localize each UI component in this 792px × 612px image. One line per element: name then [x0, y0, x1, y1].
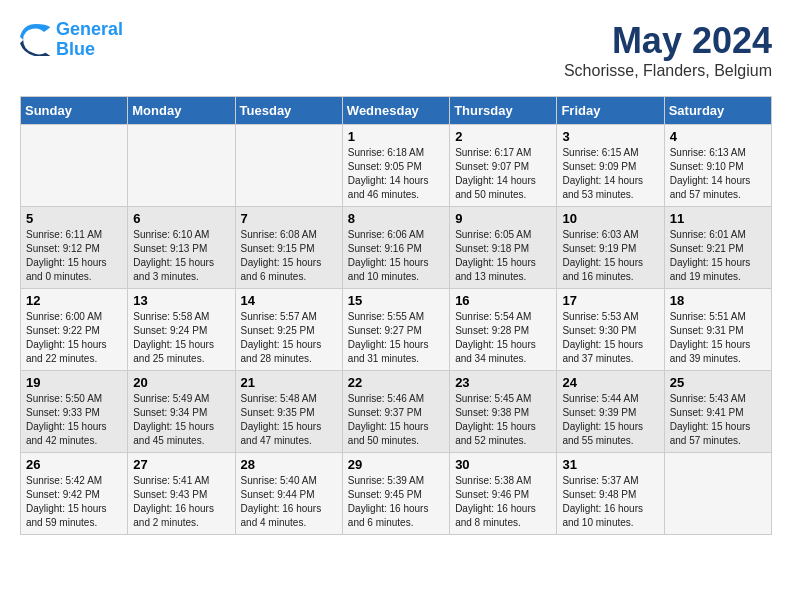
- calendar-cell: 29Sunrise: 5:39 AM Sunset: 9:45 PM Dayli…: [342, 453, 449, 535]
- calendar-week-3: 12Sunrise: 6:00 AM Sunset: 9:22 PM Dayli…: [21, 289, 772, 371]
- day-number: 25: [670, 375, 766, 390]
- calendar-cell: 27Sunrise: 5:41 AM Sunset: 9:43 PM Dayli…: [128, 453, 235, 535]
- page-header: General Blue May 2024 Schorisse, Flander…: [20, 20, 772, 80]
- day-info: Sunrise: 6:18 AM Sunset: 9:05 PM Dayligh…: [348, 146, 444, 202]
- day-number: 30: [455, 457, 551, 472]
- logo-line1: General: [56, 19, 123, 39]
- header-sunday: Sunday: [21, 97, 128, 125]
- day-number: 8: [348, 211, 444, 226]
- calendar-cell: 1Sunrise: 6:18 AM Sunset: 9:05 PM Daylig…: [342, 125, 449, 207]
- calendar-cell: 30Sunrise: 5:38 AM Sunset: 9:46 PM Dayli…: [450, 453, 557, 535]
- calendar-cell: 17Sunrise: 5:53 AM Sunset: 9:30 PM Dayli…: [557, 289, 664, 371]
- day-number: 18: [670, 293, 766, 308]
- calendar-cell: 7Sunrise: 6:08 AM Sunset: 9:15 PM Daylig…: [235, 207, 342, 289]
- day-info: Sunrise: 6:05 AM Sunset: 9:18 PM Dayligh…: [455, 228, 551, 284]
- calendar-cell: 25Sunrise: 5:43 AM Sunset: 9:41 PM Dayli…: [664, 371, 771, 453]
- calendar-cell: 9Sunrise: 6:05 AM Sunset: 9:18 PM Daylig…: [450, 207, 557, 289]
- calendar-cell: 20Sunrise: 5:49 AM Sunset: 9:34 PM Dayli…: [128, 371, 235, 453]
- calendar-week-1: 1Sunrise: 6:18 AM Sunset: 9:05 PM Daylig…: [21, 125, 772, 207]
- day-number: 24: [562, 375, 658, 390]
- calendar-cell: 18Sunrise: 5:51 AM Sunset: 9:31 PM Dayli…: [664, 289, 771, 371]
- day-number: 22: [348, 375, 444, 390]
- day-number: 15: [348, 293, 444, 308]
- calendar-cell: 6Sunrise: 6:10 AM Sunset: 9:13 PM Daylig…: [128, 207, 235, 289]
- calendar-week-4: 19Sunrise: 5:50 AM Sunset: 9:33 PM Dayli…: [21, 371, 772, 453]
- month-title: May 2024: [564, 20, 772, 62]
- day-info: Sunrise: 5:54 AM Sunset: 9:28 PM Dayligh…: [455, 310, 551, 366]
- day-info: Sunrise: 5:50 AM Sunset: 9:33 PM Dayligh…: [26, 392, 122, 448]
- calendar-cell: 11Sunrise: 6:01 AM Sunset: 9:21 PM Dayli…: [664, 207, 771, 289]
- day-number: 27: [133, 457, 229, 472]
- header-saturday: Saturday: [664, 97, 771, 125]
- calendar-cell: 31Sunrise: 5:37 AM Sunset: 9:48 PM Dayli…: [557, 453, 664, 535]
- day-info: Sunrise: 6:15 AM Sunset: 9:09 PM Dayligh…: [562, 146, 658, 202]
- calendar-cell: 24Sunrise: 5:44 AM Sunset: 9:39 PM Dayli…: [557, 371, 664, 453]
- calendar-cell: 22Sunrise: 5:46 AM Sunset: 9:37 PM Dayli…: [342, 371, 449, 453]
- day-info: Sunrise: 6:11 AM Sunset: 9:12 PM Dayligh…: [26, 228, 122, 284]
- day-info: Sunrise: 5:58 AM Sunset: 9:24 PM Dayligh…: [133, 310, 229, 366]
- calendar-cell: 19Sunrise: 5:50 AM Sunset: 9:33 PM Dayli…: [21, 371, 128, 453]
- day-info: Sunrise: 5:38 AM Sunset: 9:46 PM Dayligh…: [455, 474, 551, 530]
- day-info: Sunrise: 5:48 AM Sunset: 9:35 PM Dayligh…: [241, 392, 337, 448]
- day-number: 7: [241, 211, 337, 226]
- calendar-header-row: SundayMondayTuesdayWednesdayThursdayFrid…: [21, 97, 772, 125]
- calendar-cell: [664, 453, 771, 535]
- day-info: Sunrise: 5:37 AM Sunset: 9:48 PM Dayligh…: [562, 474, 658, 530]
- day-info: Sunrise: 6:03 AM Sunset: 9:19 PM Dayligh…: [562, 228, 658, 284]
- title-block: May 2024 Schorisse, Flanders, Belgium: [564, 20, 772, 80]
- day-number: 3: [562, 129, 658, 144]
- calendar-cell: 3Sunrise: 6:15 AM Sunset: 9:09 PM Daylig…: [557, 125, 664, 207]
- calendar-cell: 26Sunrise: 5:42 AM Sunset: 9:42 PM Dayli…: [21, 453, 128, 535]
- day-info: Sunrise: 5:49 AM Sunset: 9:34 PM Dayligh…: [133, 392, 229, 448]
- calendar-week-2: 5Sunrise: 6:11 AM Sunset: 9:12 PM Daylig…: [21, 207, 772, 289]
- logo-line2: Blue: [56, 39, 95, 59]
- day-number: 19: [26, 375, 122, 390]
- calendar-cell: 13Sunrise: 5:58 AM Sunset: 9:24 PM Dayli…: [128, 289, 235, 371]
- day-info: Sunrise: 5:43 AM Sunset: 9:41 PM Dayligh…: [670, 392, 766, 448]
- day-number: 6: [133, 211, 229, 226]
- logo-text: General Blue: [56, 20, 123, 60]
- day-number: 17: [562, 293, 658, 308]
- day-number: 28: [241, 457, 337, 472]
- day-info: Sunrise: 5:55 AM Sunset: 9:27 PM Dayligh…: [348, 310, 444, 366]
- day-number: 20: [133, 375, 229, 390]
- calendar-cell: 16Sunrise: 5:54 AM Sunset: 9:28 PM Dayli…: [450, 289, 557, 371]
- day-number: 21: [241, 375, 337, 390]
- calendar-cell: 4Sunrise: 6:13 AM Sunset: 9:10 PM Daylig…: [664, 125, 771, 207]
- day-number: 5: [26, 211, 122, 226]
- header-monday: Monday: [128, 97, 235, 125]
- day-number: 16: [455, 293, 551, 308]
- calendar-cell: 21Sunrise: 5:48 AM Sunset: 9:35 PM Dayli…: [235, 371, 342, 453]
- day-number: 12: [26, 293, 122, 308]
- day-number: 31: [562, 457, 658, 472]
- calendar-cell: 10Sunrise: 6:03 AM Sunset: 9:19 PM Dayli…: [557, 207, 664, 289]
- calendar-week-5: 26Sunrise: 5:42 AM Sunset: 9:42 PM Dayli…: [21, 453, 772, 535]
- day-info: Sunrise: 6:08 AM Sunset: 9:15 PM Dayligh…: [241, 228, 337, 284]
- day-info: Sunrise: 6:00 AM Sunset: 9:22 PM Dayligh…: [26, 310, 122, 366]
- day-number: 1: [348, 129, 444, 144]
- calendar-cell: 2Sunrise: 6:17 AM Sunset: 9:07 PM Daylig…: [450, 125, 557, 207]
- calendar-cell: 12Sunrise: 6:00 AM Sunset: 9:22 PM Dayli…: [21, 289, 128, 371]
- day-info: Sunrise: 6:17 AM Sunset: 9:07 PM Dayligh…: [455, 146, 551, 202]
- day-number: 26: [26, 457, 122, 472]
- logo-icon: [20, 24, 52, 56]
- header-wednesday: Wednesday: [342, 97, 449, 125]
- day-info: Sunrise: 5:53 AM Sunset: 9:30 PM Dayligh…: [562, 310, 658, 366]
- day-number: 9: [455, 211, 551, 226]
- day-info: Sunrise: 5:57 AM Sunset: 9:25 PM Dayligh…: [241, 310, 337, 366]
- header-tuesday: Tuesday: [235, 97, 342, 125]
- calendar-cell: 14Sunrise: 5:57 AM Sunset: 9:25 PM Dayli…: [235, 289, 342, 371]
- day-info: Sunrise: 5:42 AM Sunset: 9:42 PM Dayligh…: [26, 474, 122, 530]
- day-number: 2: [455, 129, 551, 144]
- location-subtitle: Schorisse, Flanders, Belgium: [564, 62, 772, 80]
- day-info: Sunrise: 5:39 AM Sunset: 9:45 PM Dayligh…: [348, 474, 444, 530]
- day-number: 13: [133, 293, 229, 308]
- day-info: Sunrise: 6:06 AM Sunset: 9:16 PM Dayligh…: [348, 228, 444, 284]
- day-number: 14: [241, 293, 337, 308]
- calendar-cell: 5Sunrise: 6:11 AM Sunset: 9:12 PM Daylig…: [21, 207, 128, 289]
- header-friday: Friday: [557, 97, 664, 125]
- day-number: 10: [562, 211, 658, 226]
- day-info: Sunrise: 5:41 AM Sunset: 9:43 PM Dayligh…: [133, 474, 229, 530]
- header-thursday: Thursday: [450, 97, 557, 125]
- day-info: Sunrise: 6:10 AM Sunset: 9:13 PM Dayligh…: [133, 228, 229, 284]
